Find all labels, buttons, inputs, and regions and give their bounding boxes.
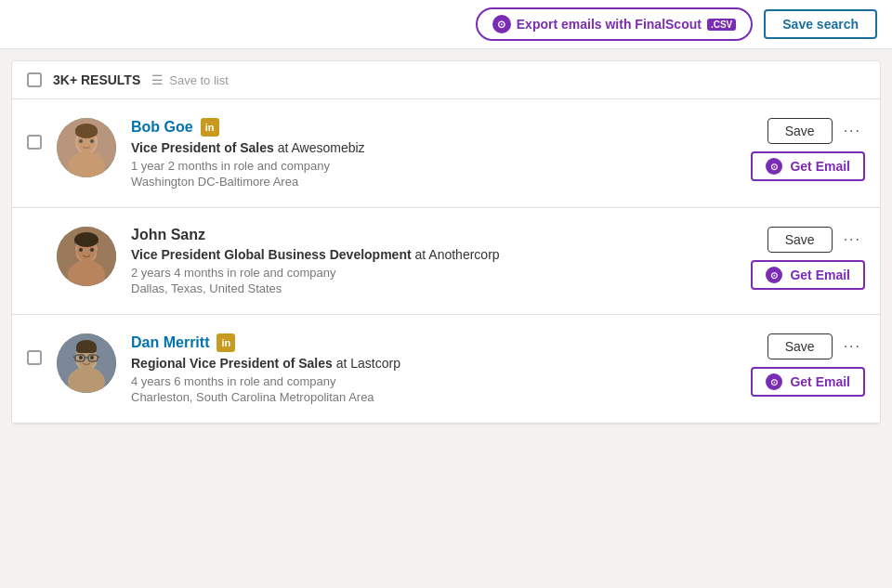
get-email-button[interactable]: ⊙ Get Email — [751, 260, 865, 290]
row-actions: Save ··· ⊙ Get Email — [751, 227, 865, 290]
save-button[interactable]: Save — [767, 333, 833, 359]
svg-line-26 — [73, 357, 75, 358]
select-all-checkbox[interactable] — [27, 72, 42, 87]
csv-badge: .CSV — [707, 19, 736, 31]
svg-point-5 — [90, 139, 94, 143]
person-name-row: John Sanz — [131, 227, 736, 243]
avatar — [57, 333, 116, 393]
person-location: Charleston, South Carolina Metropolitan … — [131, 390, 736, 404]
person-name-row: Bob Goe in — [131, 118, 736, 137]
top-bar: ⊙ Export emails with FinalScout .CSV Sav… — [0, 0, 892, 49]
linkedin-badge: in — [201, 118, 219, 137]
svg-line-27 — [98, 357, 99, 358]
person-info: Bob Goe in Vice President of Sales at Aw… — [131, 118, 736, 189]
save-more-row: Save ··· — [767, 333, 865, 359]
get-email-icon: ⊙ — [766, 267, 782, 283]
person-info: John Sanz Vice President Global Business… — [131, 227, 736, 295]
row-actions: Save ··· ⊙ Get Email — [751, 118, 865, 181]
person-row: Bob Goe in Vice President of Sales at Aw… — [12, 99, 880, 208]
get-email-icon: ⊙ — [766, 158, 782, 175]
save-more-row: Save ··· — [767, 227, 865, 253]
row-actions: Save ··· ⊙ Get Email — [751, 333, 865, 397]
finalscout-icon: ⊙ — [492, 15, 511, 33]
person-name: John Sanz — [131, 227, 205, 243]
list-icon: ☰ — [151, 72, 164, 87]
person-tenure: 2 years 4 months in role and company — [131, 266, 736, 280]
get-email-icon: ⊙ — [766, 373, 782, 390]
person-name-row: Dan Merritt in — [131, 333, 736, 352]
save-more-row: Save ··· — [767, 118, 865, 144]
person-tenure: 4 years 6 months in role and company — [131, 374, 736, 388]
person-location: Washington DC-Baltimore Area — [131, 175, 736, 189]
more-options-button[interactable]: ··· — [840, 228, 865, 252]
svg-point-19 — [79, 356, 83, 359]
get-email-button[interactable]: ⊙ Get Email — [751, 151, 865, 181]
results-header: 3K+ RESULTS ☰ Save to list — [12, 61, 880, 99]
save-to-list-button[interactable]: ☰ Save to list — [151, 72, 229, 87]
results-count: 3K+ RESULTS — [53, 72, 140, 87]
person-tenure: 1 year 2 months in role and company — [131, 159, 736, 173]
svg-point-4 — [79, 139, 83, 143]
more-options-button[interactable]: ··· — [840, 334, 865, 359]
get-email-label: Get Email — [790, 159, 850, 174]
person-checkbox-bob-goe[interactable] — [27, 135, 42, 150]
results-panel: 3K+ RESULTS ☰ Save to list Bob Goe — [11, 60, 881, 425]
svg-rect-22 — [76, 346, 97, 353]
get-email-label: Get Email — [790, 374, 850, 389]
avatar — [57, 118, 116, 177]
person-title-bold: Vice President Global Business Developme… — [131, 247, 412, 262]
get-email-label: Get Email — [790, 268, 850, 282]
person-checkbox-dan-merritt[interactable] — [27, 350, 42, 365]
save-button[interactable]: Save — [767, 118, 833, 144]
person-title: Vice President Global Business Developme… — [131, 247, 736, 262]
person-row: John Sanz Vice President Global Business… — [12, 208, 880, 315]
person-location: Dallas, Texas, United States — [131, 281, 736, 295]
person-title-suffix: at Awesomebiz — [278, 140, 365, 155]
person-title: Regional Vice President of Sales at Last… — [131, 356, 736, 371]
save-button[interactable]: Save — [767, 227, 833, 253]
export-btn-label: Export emails with FinalScout — [517, 17, 702, 32]
linkedin-badge: in — [216, 333, 235, 352]
save-search-button[interactable]: Save search — [764, 9, 877, 39]
person-title-bold: Regional Vice President of Sales — [131, 356, 333, 371]
person-name-link[interactable]: Dan Merritt — [131, 334, 209, 351]
person-title-bold: Vice President of Sales — [131, 140, 274, 155]
more-options-button[interactable]: ··· — [840, 119, 865, 143]
avatar — [57, 227, 116, 286]
person-title-suffix: at Lastcorp — [336, 356, 400, 371]
person-row: Dan Merritt in Regional Vice President o… — [12, 315, 880, 424]
person-title-suffix: at Anothercorp — [415, 247, 500, 262]
svg-point-12 — [79, 248, 83, 252]
person-title: Vice President of Sales at Awesomebiz — [131, 140, 736, 155]
svg-point-13 — [90, 248, 94, 252]
export-emails-button[interactable]: ⊙ Export emails with FinalScout .CSV — [476, 7, 754, 41]
person-info: Dan Merritt in Regional Vice President o… — [131, 333, 736, 404]
svg-rect-7 — [75, 127, 98, 137]
save-to-list-label: Save to list — [169, 73, 229, 87]
svg-point-20 — [90, 356, 94, 359]
get-email-button[interactable]: ⊙ Get Email — [751, 367, 865, 397]
person-name-link[interactable]: Bob Goe — [131, 119, 193, 136]
